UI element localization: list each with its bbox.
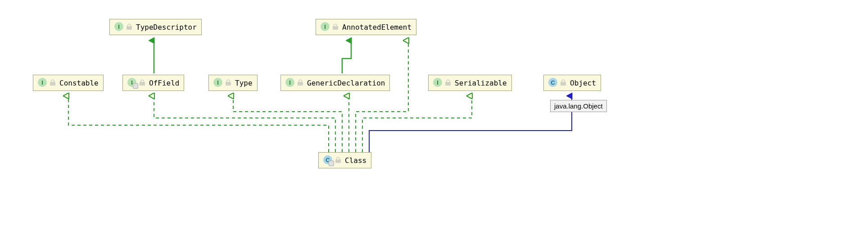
lock-icon: [225, 80, 231, 86]
interface-icon: I: [285, 78, 295, 88]
node-object[interactable]: C Object: [543, 75, 601, 91]
lock-icon: [126, 24, 132, 30]
class-icon: C: [323, 155, 333, 165]
lock-icon: [50, 80, 56, 86]
node-label: Type: [235, 79, 253, 87]
interface-icon: I: [127, 78, 137, 88]
lock-icon: [335, 157, 341, 163]
node-annotated-element[interactable]: I AnnotatedElement: [316, 19, 416, 35]
lock-icon: [139, 80, 145, 86]
node-label: Class: [345, 156, 366, 165]
node-serializable[interactable]: I Serializable: [428, 75, 512, 91]
tooltip-text: java.lang.Object: [554, 102, 603, 110]
interface-icon: I: [433, 78, 443, 88]
interface-icon: I: [213, 78, 223, 88]
node-label: Constable: [59, 79, 99, 87]
tooltip-object-fqn: java.lang.Object: [550, 100, 607, 112]
node-constable[interactable]: I Constable: [33, 75, 104, 91]
node-type[interactable]: I Type: [208, 75, 258, 91]
node-class[interactable]: C Class: [318, 152, 371, 168]
node-label: Object: [570, 79, 596, 87]
class-icon: C: [548, 78, 558, 88]
node-of-field[interactable]: I OfField: [122, 75, 184, 91]
node-label: TypeDescriptor: [136, 23, 197, 32]
node-type-descriptor[interactable]: I TypeDescriptor: [109, 19, 202, 35]
lock-icon: [332, 24, 339, 30]
node-generic-declaration[interactable]: I GenericDeclaration: [280, 75, 390, 91]
node-label: Serializable: [455, 79, 507, 87]
lock-icon: [560, 80, 566, 86]
interface-icon: I: [38, 78, 48, 88]
lock-icon: [297, 80, 303, 86]
interface-icon: I: [321, 22, 330, 32]
node-label: AnnotatedElement: [342, 23, 411, 32]
node-label: OfField: [149, 79, 179, 87]
diagram-connectors: [0, 0, 868, 235]
node-label: GenericDeclaration: [307, 79, 385, 87]
lock-icon: [445, 80, 451, 86]
interface-icon: I: [114, 22, 124, 32]
